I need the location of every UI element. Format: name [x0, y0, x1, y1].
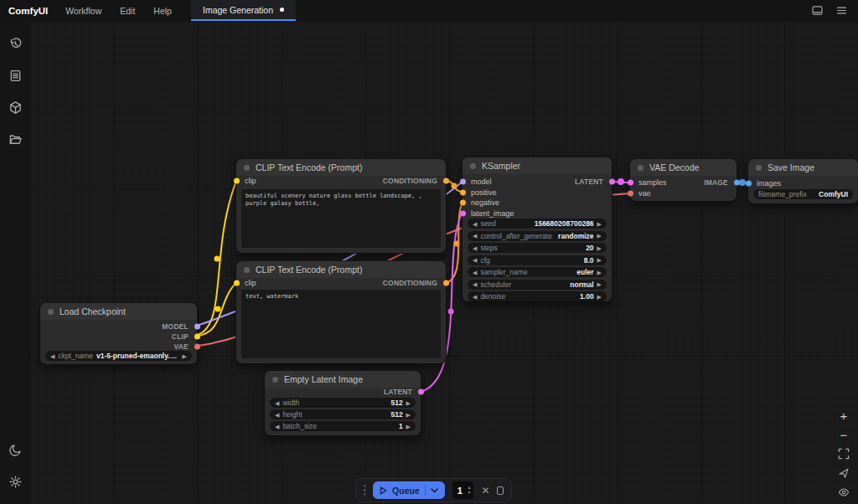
node-vae-decode[interactable]: VAE Decode samples IMAGE vae: [630, 159, 737, 201]
increment-arrow-icon[interactable]: ▶: [406, 412, 411, 418]
widget-sampler-name[interactable]: ◀ sampler_name euler ▶: [468, 267, 607, 277]
bottom-panel-icon[interactable]: [811, 4, 824, 17]
menu-help[interactable]: Help: [144, 0, 181, 21]
drag-handle[interactable]: [364, 484, 365, 496]
prompt-textarea[interactable]: text, watermark: [241, 290, 441, 358]
widget-height[interactable]: ◀ height 512 ▶: [270, 409, 416, 419]
clear-queue-icon[interactable]: ✕: [481, 485, 489, 496]
node-title-bar[interactable]: KSampler: [463, 157, 612, 174]
app-logo: ComfyUI: [0, 0, 56, 21]
canvas-controls: + −: [836, 409, 851, 499]
port-vae-output[interactable]: [194, 344, 200, 350]
widget-scheduler[interactable]: ◀ scheduler normal ▶: [468, 280, 607, 290]
widget-cfg[interactable]: ◀ cfg 8.0 ▶: [468, 255, 607, 265]
increment-arrow-icon[interactable]: ▶: [597, 245, 602, 251]
workflow-tab[interactable]: Image Generation: [191, 0, 296, 21]
increment-arrow-icon[interactable]: ▶: [597, 257, 602, 263]
pointer-mode-icon[interactable]: [836, 466, 851, 480]
widget-denoise[interactable]: ◀ denoise 1.00 ▶: [468, 291, 607, 301]
port-latent-output[interactable]: [418, 389, 424, 395]
decrement-arrow-icon[interactable]: ◀: [473, 245, 477, 251]
fit-view-button[interactable]: [836, 447, 851, 460]
decrement-arrow-icon[interactable]: ◀: [473, 294, 477, 300]
collapse-dot-icon[interactable]: [244, 267, 250, 273]
node-title-bar[interactable]: Empty Latent Image: [265, 371, 421, 388]
port-model-output[interactable]: [194, 324, 200, 330]
model-library-icon[interactable]: [0, 91, 30, 123]
collapse-dot-icon[interactable]: [244, 165, 250, 171]
node-clip-text-encode-negative[interactable]: CLIP Text Encode (Prompt) clip CONDITION…: [236, 261, 446, 363]
node-load-checkpoint[interactable]: Load Checkpoint MODEL CLIP VAE ◀ ckpt_na…: [40, 303, 197, 364]
decrement-arrow-icon[interactable]: ◀: [50, 353, 54, 359]
widget-batch-size[interactable]: ◀ batch_size 1 ▶: [270, 421, 416, 431]
collapse-dot-icon[interactable]: [638, 165, 644, 171]
chevron-down-icon[interactable]: [431, 488, 438, 493]
port-latent-image-input[interactable]: [460, 210, 466, 216]
increment-arrow-icon[interactable]: ▶: [406, 424, 411, 429]
increment-arrow-icon[interactable]: ▶: [597, 270, 602, 275]
port-positive-input[interactable]: [460, 189, 466, 195]
decrement-arrow-icon[interactable]: ◀: [275, 412, 279, 418]
node-clip-text-encode-positive[interactable]: CLIP Text Encode (Prompt) clip CONDITION…: [236, 159, 446, 253]
decrement-arrow-icon[interactable]: ◀: [473, 221, 477, 227]
port-images-input[interactable]: [746, 181, 752, 187]
node-ksampler[interactable]: KSampler model LATENT positive negative …: [463, 157, 612, 301]
queue-button[interactable]: Queue: [373, 481, 445, 499]
node-save-image[interactable]: Save Image images filename_prefix ComfyU…: [748, 159, 858, 203]
increment-arrow-icon[interactable]: ▶: [597, 233, 602, 239]
widget-name: steps: [480, 244, 497, 252]
node-title-bar[interactable]: VAE Decode: [630, 159, 737, 176]
node-title-bar[interactable]: CLIP Text Encode (Prompt): [236, 261, 446, 278]
port-latent-output[interactable]: [609, 179, 615, 185]
increment-arrow-icon[interactable]: ▶: [597, 294, 602, 300]
increment-arrow-icon[interactable]: ▶: [597, 281, 602, 287]
decrement-arrow-icon[interactable]: ◀: [473, 233, 477, 239]
widget-steps[interactable]: ◀ steps 20 ▶: [468, 243, 607, 253]
node-library-icon[interactable]: [0, 59, 30, 91]
hamburger-menu-icon[interactable]: [835, 4, 848, 17]
node-title-label: Save Image: [768, 162, 814, 172]
menu-workflow[interactable]: Workflow: [56, 0, 111, 21]
collapse-dot-icon[interactable]: [272, 377, 278, 383]
decrement-arrow-icon[interactable]: ◀: [275, 424, 279, 429]
port-image-output[interactable]: [734, 180, 740, 186]
collapse-dot-icon[interactable]: [756, 165, 762, 171]
increment-arrow-icon[interactable]: ▶: [597, 221, 602, 227]
queue-history-icon[interactable]: [0, 28, 30, 59]
node-title-bar[interactable]: CLIP Text Encode (Prompt): [236, 159, 446, 176]
stop-icon[interactable]: [497, 486, 504, 495]
node-title-bar[interactable]: Load Checkpoint: [40, 303, 197, 320]
theme-toggle-moon-icon[interactable]: [0, 434, 30, 465]
batch-count-input[interactable]: 1 ▲ ▼: [452, 481, 474, 499]
port-conditioning-output[interactable]: [443, 178, 449, 184]
widget-control-after-generate[interactable]: ◀ control_after_generate randomize ▶: [468, 231, 607, 241]
settings-gear-icon[interactable]: [0, 465, 30, 497]
prompt-textarea[interactable]: beautiful scenery nature glass bottle la…: [241, 189, 441, 248]
workflows-folder-icon[interactable]: [0, 123, 30, 155]
port-vae-input[interactable]: [628, 191, 633, 197]
increment-arrow-icon[interactable]: ▶: [183, 353, 187, 359]
node-title-bar[interactable]: Save Image: [748, 159, 858, 176]
widget-width[interactable]: ◀ width 512 ▶: [270, 398, 416, 408]
decrement-arrow-icon[interactable]: ◀: [473, 270, 477, 275]
collapse-dot-icon[interactable]: [48, 309, 54, 315]
zoom-in-button[interactable]: +: [836, 409, 851, 422]
widget-ckpt-name[interactable]: ◀ ckpt_name v1-5-pruned-emaonly.safete..…: [45, 351, 192, 361]
widget-value: 512: [390, 399, 402, 407]
port-negative-input[interactable]: [460, 200, 466, 206]
node-empty-latent-image[interactable]: Empty Latent Image LATENT ◀ width 512 ▶ …: [265, 371, 421, 435]
decrement-arrow-icon[interactable]: ◀: [473, 257, 477, 263]
step-down-icon[interactable]: ▼: [467, 491, 471, 495]
decrement-arrow-icon[interactable]: ◀: [275, 400, 279, 406]
zoom-out-button[interactable]: −: [836, 428, 851, 441]
port-conditioning-output[interactable]: [443, 280, 449, 286]
increment-arrow-icon[interactable]: ▶: [406, 400, 411, 406]
decrement-arrow-icon[interactable]: ◀: [473, 281, 477, 287]
widget-filename-prefix[interactable]: filename_prefix ComfyUI: [753, 189, 853, 199]
menu-edit[interactable]: Edit: [111, 0, 144, 21]
count-steppers[interactable]: ▲ ▼: [467, 486, 471, 495]
widget-seed[interactable]: ◀ seed 156680208700286 ▶: [468, 219, 607, 229]
port-clip-output[interactable]: [194, 334, 200, 340]
toggle-visibility-eye-icon[interactable]: [836, 486, 851, 499]
collapse-dot-icon[interactable]: [470, 163, 476, 169]
